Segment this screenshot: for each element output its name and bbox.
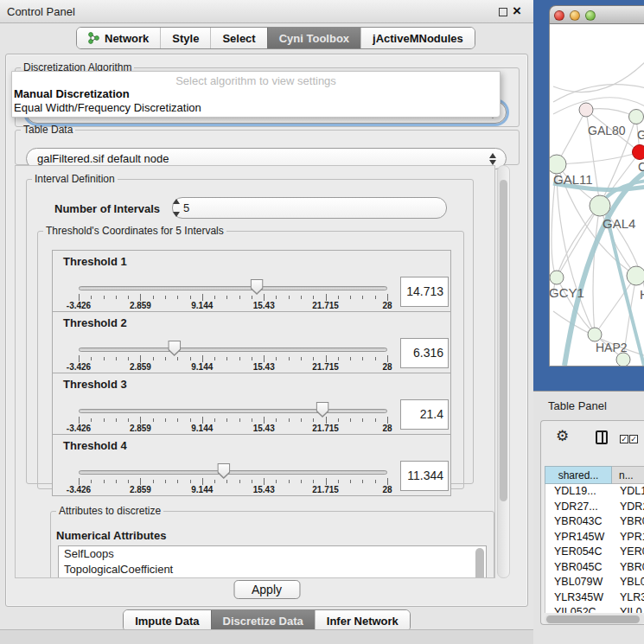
table-panel-body: ⚙ ✓ ✓ shared... n... YDL19...YDL1 YDR27.…: [540, 420, 644, 625]
thresholds-group-label: Threshold's Coordinates for 5 Intervals: [43, 225, 226, 237]
threshold-4-row: Threshold 4 -3.4262.8599.14415.4321.7152…: [52, 434, 451, 496]
table-data-label: Table Data: [21, 124, 75, 136]
panel-vertical-scrollbar[interactable]: [497, 165, 510, 578]
thresholds-group: Threshold's Coordinates for 5 Intervals …: [37, 225, 464, 489]
tab-network[interactable]: Network: [77, 28, 160, 48]
list-item[interactable]: TopologicalCoefficient: [59, 562, 486, 577]
threshold-3-label: Threshold 3: [63, 378, 127, 391]
node-label-hap2: HAP2: [596, 341, 628, 354]
top-tab-group: Network Style Select Cyni Toolbox jActiv…: [76, 27, 475, 49]
settings-scroll-viewport: Interval Definition Number of Intervals …: [15, 165, 495, 578]
tab-discretize-data[interactable]: Discretize Data: [211, 610, 315, 631]
node-h[interactable]: [627, 266, 644, 285]
table-row[interactable]: YBR045CYBR0: [545, 560, 644, 576]
numerical-attributes-list[interactable]: SelfLoops TopologicalCoefficient Between…: [58, 545, 487, 578]
slider-handle[interactable]: [316, 402, 329, 418]
panel-bottom-strip: [0, 629, 533, 644]
slider-handle[interactable]: [251, 279, 264, 295]
number-of-intervals-spinner[interactable]: 5: [172, 197, 447, 219]
table-row[interactable]: YDR27...YDR2: [545, 500, 644, 515]
gear-icon[interactable]: ⚙: [556, 427, 569, 445]
slider-handle[interactable]: [168, 341, 181, 356]
node-green-top[interactable]: [629, 110, 644, 124]
table-row[interactable]: YDL19...YDL1: [545, 484, 644, 500]
slider-tick-labels: -3.4262.8599.14415.4321.71528: [79, 301, 387, 311]
node-red-selected[interactable]: [633, 145, 644, 160]
tab-select[interactable]: Select: [210, 28, 266, 48]
node-pink[interactable]: [579, 103, 593, 117]
threshold-1-value-field[interactable]: 14.713: [400, 277, 449, 307]
table-row[interactable]: YBR043CYBR0: [545, 514, 644, 530]
panel-title: Control Panel: [7, 5, 75, 18]
checkbox-icon[interactable]: ✓: [620, 435, 628, 443]
tab-infer-network[interactable]: Infer Network: [315, 610, 410, 631]
threshold-2-label: Threshold 2: [63, 316, 127, 329]
split-columns-icon[interactable]: [596, 430, 608, 444]
table-row[interactable]: YER054CYER0: [545, 545, 644, 560]
tab-style[interactable]: Style: [160, 28, 210, 48]
network-canvas[interactable]: GAL80 GA C GAL11 GAL4 GCY1 H HAP2: [549, 24, 644, 367]
bottom-tabbar: Impute Data Discretize Data Infer Networ…: [0, 608, 533, 630]
combo-stepper-icon: [489, 152, 497, 166]
table-row[interactable]: YLR345WYLR3: [545, 590, 644, 606]
tab-cyni-toolbox[interactable]: Cyni Toolbox: [267, 28, 360, 48]
table-header-row: shared... n...: [545, 466, 644, 484]
slider-track[interactable]: [79, 470, 387, 475]
threshold-4-value-field[interactable]: 11.344: [400, 461, 449, 491]
node-label-partial-ga: GA: [637, 128, 644, 142]
attributes-group: Attributes to discretize Numerical Attri…: [50, 505, 494, 578]
scrollbar-thumb[interactable]: [546, 615, 640, 623]
threshold-3-value-field[interactable]: 21.4: [400, 399, 449, 430]
apply-button[interactable]: Apply: [233, 580, 300, 599]
slider-track[interactable]: [79, 286, 387, 290]
close-icon[interactable]: ×: [513, 2, 521, 21]
option-manual-discretization[interactable]: Manual Discretization: [12, 87, 500, 101]
network-graph: GAL80 GA C GAL11 GAL4 GCY1 H HAP2: [550, 24, 644, 367]
threshold-3-slider: -3.4262.8599.14415.4321.71528: [79, 399, 387, 434]
list-item[interactable]: BetweennessCentrality: [59, 577, 486, 578]
traffic-light-close-icon[interactable]: [554, 10, 564, 21]
traffic-light-zoom-icon[interactable]: [585, 10, 596, 21]
network-view-window: GAL80 GA C GAL11 GAL4 GCY1 H HAP2: [549, 5, 644, 386]
slider-handle[interactable]: [217, 463, 230, 479]
network-icon: [88, 32, 99, 44]
control-panel-titlebar: Control Panel ×: [0, 0, 533, 23]
table-row[interactable]: YBL079WYBL0: [545, 575, 644, 590]
node-gal4[interactable]: [590, 195, 610, 216]
node-hap2[interactable]: [588, 328, 602, 341]
number-of-intervals-label: Number of Intervals: [54, 202, 160, 215]
network-window-titlebar[interactable]: [549, 5, 644, 24]
threshold-rows: Threshold 1 -3.4262.8599.14415.4321.7152…: [52, 251, 451, 496]
node-label-gal80: GAL80: [588, 124, 626, 137]
tab-jactivemnodules[interactable]: jActiveMNodules: [360, 28, 475, 48]
node-label-gal11: GAL11: [553, 172, 593, 187]
threshold-4-slider: -3.4262.8599.14415.4321.71528: [79, 461, 387, 495]
node-gcy1[interactable]: [550, 271, 564, 284]
traffic-light-minimize-icon[interactable]: [570, 10, 580, 21]
tab-impute-data[interactable]: Impute Data: [124, 610, 210, 631]
node-gal11[interactable]: [550, 155, 566, 174]
table-horizontal-scrollbar[interactable]: [545, 615, 644, 624]
node-bottom[interactable]: [616, 353, 630, 367]
checkbox-icon[interactable]: ✓: [629, 435, 638, 443]
node-label-partial-c: C: [638, 160, 644, 174]
table-row[interactable]: YIL052CYIL0: [545, 605, 644, 613]
column-header-shared-name[interactable]: shared...: [545, 466, 612, 484]
threshold-2-slider: -3.4262.8599.14415.4321.71528: [79, 338, 387, 373]
table-data-selected-value: galFiltered.sif default node: [37, 152, 169, 165]
column-header-name[interactable]: n...: [612, 466, 644, 484]
threshold-2-value-field[interactable]: 6.316: [400, 338, 449, 368]
slider-track[interactable]: [79, 348, 387, 352]
slider-tick-labels: -3.4262.8599.14415.4321.71528: [79, 362, 387, 373]
slider-track[interactable]: [79, 409, 387, 413]
scrollbar-thumb[interactable]: [500, 180, 507, 501]
list-item[interactable]: SelfLoops: [59, 546, 486, 562]
option-equal-width-frequency[interactable]: Equal Width/Frequency Discretization: [12, 101, 500, 115]
table-panel: Table Panel ⚙ ✓ ✓ shared... n... YDL19..…: [533, 391, 644, 644]
float-window-icon[interactable]: [499, 8, 507, 16]
threshold-1-slider: -3.4262.8599.14415.4321.71528: [79, 277, 387, 311]
table-row[interactable]: YPR145WYPR1: [545, 530, 644, 545]
interval-definition-group: Interval Definition Number of Intervals …: [26, 173, 474, 484]
list-scrollbar[interactable]: [475, 548, 484, 578]
slider-tick-labels: -3.4262.8599.14415.4321.71528: [79, 485, 387, 495]
